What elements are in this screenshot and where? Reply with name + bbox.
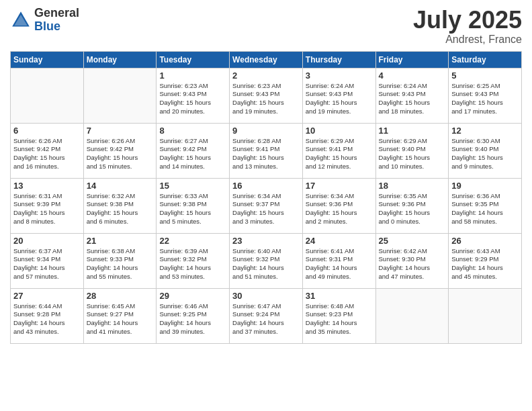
day-cell: 23Sunrise: 6:40 AM Sunset: 9:32 PM Dayli…	[230, 233, 303, 288]
day-header-sunday: Sunday	[11, 51, 84, 68]
day-info: Sunrise: 6:44 AM Sunset: 9:28 PM Dayligh…	[13, 302, 81, 336]
day-number: 11	[379, 126, 446, 136]
day-cell: 3Sunrise: 6:24 AM Sunset: 9:43 PM Daylig…	[302, 68, 375, 123]
day-number: 2	[232, 71, 300, 81]
day-info: Sunrise: 6:39 AM Sunset: 9:32 PM Dayligh…	[159, 247, 226, 281]
day-number: 28	[87, 291, 154, 301]
day-number: 21	[87, 236, 154, 246]
day-number: 7	[87, 126, 154, 136]
logo-text: General Blue	[34, 7, 79, 34]
day-cell: 18Sunrise: 6:35 AM Sunset: 9:36 PM Dayli…	[375, 178, 449, 233]
day-info: Sunrise: 6:27 AM Sunset: 9:42 PM Dayligh…	[159, 137, 226, 171]
title-block: July 2025 Andrest, France	[413, 7, 522, 46]
day-cell: 13Sunrise: 6:31 AM Sunset: 9:39 PM Dayli…	[11, 178, 84, 233]
day-cell: 29Sunrise: 6:46 AM Sunset: 9:25 PM Dayli…	[157, 288, 230, 343]
day-number: 26	[451, 236, 519, 246]
day-number: 22	[159, 236, 226, 246]
day-info: Sunrise: 6:32 AM Sunset: 9:38 PM Dayligh…	[87, 192, 154, 226]
day-number: 24	[306, 236, 373, 246]
day-cell: 21Sunrise: 6:38 AM Sunset: 9:33 PM Dayli…	[83, 233, 157, 288]
day-cell: 16Sunrise: 6:34 AM Sunset: 9:37 PM Dayli…	[230, 178, 303, 233]
day-cell: 9Sunrise: 6:28 AM Sunset: 9:41 PM Daylig…	[230, 123, 303, 178]
day-header-tuesday: Tuesday	[157, 51, 230, 68]
day-cell: 22Sunrise: 6:39 AM Sunset: 9:32 PM Dayli…	[157, 233, 230, 288]
day-header-thursday: Thursday	[302, 51, 375, 68]
header-row: SundayMondayTuesdayWednesdayThursdayFrid…	[11, 51, 522, 68]
day-cell: 17Sunrise: 6:34 AM Sunset: 9:36 PM Dayli…	[302, 178, 375, 233]
day-number: 27	[13, 291, 81, 301]
day-info: Sunrise: 6:29 AM Sunset: 9:41 PM Dayligh…	[306, 137, 373, 171]
day-number: 4	[379, 71, 446, 81]
day-number: 14	[87, 181, 154, 191]
day-cell: 20Sunrise: 6:37 AM Sunset: 9:34 PM Dayli…	[11, 233, 84, 288]
day-info: Sunrise: 6:23 AM Sunset: 9:43 PM Dayligh…	[232, 82, 300, 116]
day-info: Sunrise: 6:25 AM Sunset: 9:43 PM Dayligh…	[451, 82, 519, 116]
day-cell: 2Sunrise: 6:23 AM Sunset: 9:43 PM Daylig…	[230, 68, 303, 123]
week-row-3: 13Sunrise: 6:31 AM Sunset: 9:39 PM Dayli…	[11, 178, 522, 233]
day-info: Sunrise: 6:36 AM Sunset: 9:35 PM Dayligh…	[451, 192, 519, 226]
day-info: Sunrise: 6:45 AM Sunset: 9:27 PM Dayligh…	[87, 302, 154, 336]
day-cell: 10Sunrise: 6:29 AM Sunset: 9:41 PM Dayli…	[302, 123, 375, 178]
day-number: 10	[306, 126, 373, 136]
day-info: Sunrise: 6:47 AM Sunset: 9:24 PM Dayligh…	[232, 302, 300, 336]
day-info: Sunrise: 6:37 AM Sunset: 9:34 PM Dayligh…	[13, 247, 81, 281]
day-info: Sunrise: 6:30 AM Sunset: 9:40 PM Dayligh…	[451, 137, 519, 171]
location-title: Andrest, France	[413, 34, 522, 46]
day-header-wednesday: Wednesday	[230, 51, 303, 68]
day-info: Sunrise: 6:48 AM Sunset: 9:23 PM Dayligh…	[306, 302, 373, 336]
day-cell: 1Sunrise: 6:23 AM Sunset: 9:43 PM Daylig…	[157, 68, 230, 123]
day-info: Sunrise: 6:29 AM Sunset: 9:40 PM Dayligh…	[379, 137, 446, 171]
logo-general: General	[34, 7, 79, 20]
day-cell: 28Sunrise: 6:45 AM Sunset: 9:27 PM Dayli…	[83, 288, 157, 343]
day-info: Sunrise: 6:24 AM Sunset: 9:43 PM Dayligh…	[379, 82, 446, 116]
day-info: Sunrise: 6:24 AM Sunset: 9:43 PM Dayligh…	[306, 82, 373, 116]
day-number: 12	[451, 126, 519, 136]
day-info: Sunrise: 6:31 AM Sunset: 9:39 PM Dayligh…	[13, 192, 81, 226]
day-info: Sunrise: 6:26 AM Sunset: 9:42 PM Dayligh…	[87, 137, 154, 171]
day-number: 15	[159, 181, 226, 191]
day-number: 5	[451, 71, 519, 81]
day-cell	[11, 68, 84, 123]
day-cell: 15Sunrise: 6:33 AM Sunset: 9:38 PM Dayli…	[157, 178, 230, 233]
day-number: 16	[232, 181, 300, 191]
day-cell: 12Sunrise: 6:30 AM Sunset: 9:40 PM Dayli…	[449, 123, 522, 178]
day-info: Sunrise: 6:23 AM Sunset: 9:43 PM Dayligh…	[159, 82, 226, 116]
calendar-table: SundayMondayTuesdayWednesdayThursdayFrid…	[10, 51, 522, 344]
day-number: 25	[379, 236, 446, 246]
day-info: Sunrise: 6:43 AM Sunset: 9:29 PM Dayligh…	[451, 247, 519, 281]
day-number: 3	[306, 71, 373, 81]
day-number: 6	[13, 126, 81, 136]
logo-icon	[10, 9, 32, 31]
day-info: Sunrise: 6:41 AM Sunset: 9:31 PM Dayligh…	[306, 247, 373, 281]
day-info: Sunrise: 6:40 AM Sunset: 9:32 PM Dayligh…	[232, 247, 300, 281]
week-row-5: 27Sunrise: 6:44 AM Sunset: 9:28 PM Dayli…	[11, 288, 522, 343]
day-cell: 24Sunrise: 6:41 AM Sunset: 9:31 PM Dayli…	[302, 233, 375, 288]
day-number: 13	[13, 181, 81, 191]
day-info: Sunrise: 6:34 AM Sunset: 9:37 PM Dayligh…	[232, 192, 300, 226]
day-cell: 19Sunrise: 6:36 AM Sunset: 9:35 PM Dayli…	[449, 178, 522, 233]
day-number: 29	[159, 291, 226, 301]
day-cell: 27Sunrise: 6:44 AM Sunset: 9:28 PM Dayli…	[11, 288, 84, 343]
day-cell	[375, 288, 449, 343]
header: General Blue July 2025 Andrest, France	[10, 7, 522, 46]
logo-blue: Blue	[34, 20, 79, 34]
day-number: 31	[306, 291, 373, 301]
day-number: 19	[451, 181, 519, 191]
calendar-page: General Blue July 2025 Andrest, France S…	[0, 0, 532, 411]
day-number: 30	[232, 291, 300, 301]
day-header-monday: Monday	[83, 51, 157, 68]
day-number: 20	[13, 236, 81, 246]
week-row-2: 6Sunrise: 6:26 AM Sunset: 9:42 PM Daylig…	[11, 123, 522, 178]
week-row-4: 20Sunrise: 6:37 AM Sunset: 9:34 PM Dayli…	[11, 233, 522, 288]
day-info: Sunrise: 6:38 AM Sunset: 9:33 PM Dayligh…	[87, 247, 154, 281]
day-number: 1	[159, 71, 226, 81]
day-header-saturday: Saturday	[449, 51, 522, 68]
day-info: Sunrise: 6:28 AM Sunset: 9:41 PM Dayligh…	[232, 137, 300, 171]
day-info: Sunrise: 6:26 AM Sunset: 9:42 PM Dayligh…	[13, 137, 81, 171]
day-cell: 14Sunrise: 6:32 AM Sunset: 9:38 PM Dayli…	[83, 178, 157, 233]
logo: General Blue	[10, 7, 79, 34]
day-cell: 5Sunrise: 6:25 AM Sunset: 9:43 PM Daylig…	[449, 68, 522, 123]
day-cell: 7Sunrise: 6:26 AM Sunset: 9:42 PM Daylig…	[83, 123, 157, 178]
day-cell: 30Sunrise: 6:47 AM Sunset: 9:24 PM Dayli…	[230, 288, 303, 343]
day-header-friday: Friday	[375, 51, 449, 68]
